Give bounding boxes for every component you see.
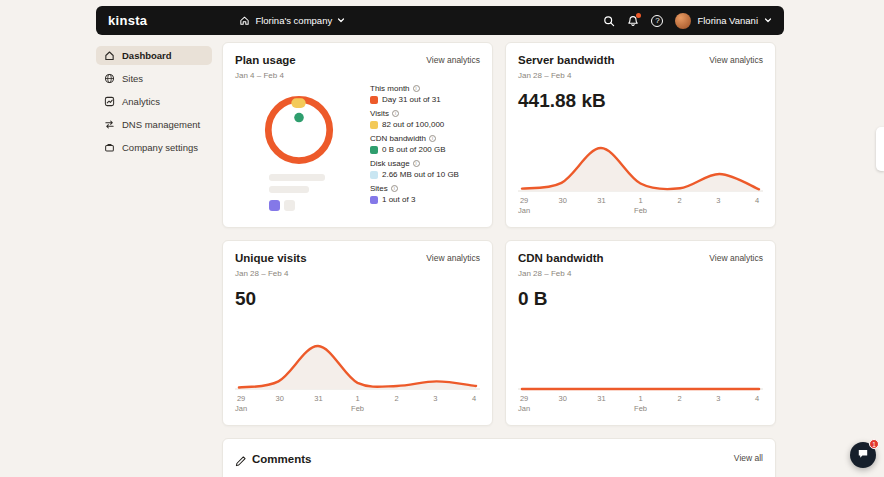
card-title: Unique visits [235,252,307,264]
info-icon[interactable]: i [413,85,420,92]
metric-value: 441.88 kB [518,90,763,112]
sidebar-item-dashboard[interactable]: Dashboard [96,46,212,65]
legend-swatch [370,121,378,129]
notification-dot [636,13,641,18]
sites-pip-free [284,200,295,211]
legend-swatch [370,96,378,104]
x-tick: 1Feb [634,394,647,414]
cdn-bandwidth-card: CDN bandwidth View analytics Jan 28 – Fe… [505,240,776,426]
sidebar-item-analytics[interactable]: Analytics [96,92,212,111]
legend-swatch [370,171,378,179]
card-title: Comments [252,453,311,465]
page-scrollbar[interactable] [876,127,884,171]
view-analytics-link[interactable]: View analytics [709,55,763,65]
x-tick: 2 [674,394,686,414]
sidebar-item-sites[interactable]: Sites [96,69,212,88]
company-settings-icon [104,142,115,153]
card-title: Plan usage [235,54,296,66]
cdn-bandwidth-chart: 29Jan30311Feb234 [518,329,763,414]
x-tick: 3 [429,394,441,414]
chat-badge: 1 [869,439,879,449]
legend-swatch [370,196,378,204]
x-tick: 4 [468,394,480,414]
server-bandwidth-card: Server bandwidth View analytics Jan 28 –… [505,42,776,228]
x-tick: 1Feb [634,196,647,216]
card-title: CDN bandwidth [518,252,604,264]
sites-pip-used [269,200,280,211]
user-name: Florina Vanani [697,15,758,26]
sidebar-item-label: Dashboard [122,50,172,61]
x-tick: 30 [557,394,569,414]
view-analytics-link[interactable]: View analytics [426,55,480,65]
x-tick: 4 [751,394,763,414]
company-name: Florina's company [255,15,332,26]
plan-usage-legend: This monthi Day 31 out of 31 Visitsi 82 … [370,84,480,216]
unique-visits-card: Unique visits View analytics Jan 28 – Fe… [222,240,493,426]
view-all-link[interactable]: View all [734,453,763,463]
info-icon[interactable]: i [391,185,398,192]
topbar-actions: ? Florina Vanani [603,13,772,29]
sidebar-item-label: Company settings [122,142,198,153]
chevron-down-icon [764,15,772,26]
metric-value: 0 B [518,288,763,310]
dashboard-grid: Plan usage View analytics Jan 4 – Feb 4 [222,42,776,477]
plan-usage-card: Plan usage View analytics Jan 4 – Feb 4 [222,42,493,228]
legend-item: CDN bandwidthi 0 B out of 200 GB [370,134,480,154]
metric-value: 50 [235,288,480,310]
sidebar-item-label: Analytics [122,96,160,107]
x-tick: 2 [391,394,403,414]
x-tick: 30 [557,196,569,216]
x-axis-ticks: 29Jan30311Feb234 [518,394,763,414]
x-tick: 31 [595,196,607,216]
sidebar-item-label: Sites [122,73,143,84]
chat-icon [857,448,869,463]
disk-usage-bar [269,186,309,193]
search-icon[interactable] [603,15,615,27]
x-tick: 3 [712,196,724,216]
avatar [675,13,691,29]
legend-item: Sitesi 1 out of 3 [370,184,480,204]
x-tick: 31 [312,394,324,414]
x-tick: 31 [595,394,607,414]
chevron-down-icon [337,15,345,26]
card-title: Server bandwidth [518,54,615,66]
info-icon[interactable]: i [429,135,436,142]
sidebar-item-dns-management[interactable]: DNS management [96,115,212,134]
sidebar-item-company-settings[interactable]: Company settings [96,138,212,157]
view-analytics-link[interactable]: View analytics [709,253,763,263]
dashboard-icon [104,50,115,61]
sidebar-item-label: DNS management [122,119,200,130]
user-menu[interactable]: Florina Vanani [675,13,772,29]
x-tick: 3 [712,394,724,414]
x-tick: 4 [751,196,763,216]
info-icon[interactable]: i [392,110,399,117]
date-range: Jan 4 – Feb 4 [235,71,480,80]
dns-icon [104,119,115,130]
x-tick: 29Jan [235,394,247,414]
comments-icon [235,453,246,471]
analytics-icon [104,96,115,107]
server-bandwidth-chart: 29Jan30311Feb234 [518,131,763,216]
top-nav: kinsta Florina's company ? Florina Vanan… [96,6,784,35]
info-icon[interactable]: i [413,160,420,167]
date-range: Jan 28 – Feb 4 [518,71,763,80]
mykinsta-dashboard: kinsta Florina's company ? Florina Vanan… [0,0,884,477]
x-tick: 29Jan [518,196,530,216]
legend-item: This monthi Day 31 out of 31 [370,84,480,104]
unique-visits-chart: 29Jan30311Feb234 [235,329,480,414]
x-axis-ticks: 29Jan30311Feb234 [235,394,480,414]
date-range: Jan 28 – Feb 4 [518,269,763,278]
disk-usage-bar [269,174,325,181]
x-tick: 29Jan [518,394,530,414]
x-tick: 30 [274,394,286,414]
kinsta-logo[interactable]: kinsta [108,13,147,28]
legend-item: Visitsi 82 out of 100,000 [370,109,480,129]
x-tick: 1Feb [351,394,364,414]
view-analytics-link[interactable]: View analytics [426,253,480,263]
help-icon[interactable]: ? [651,15,663,27]
company-switcher[interactable]: Florina's company [239,15,345,26]
notifications-icon[interactable] [627,15,639,27]
chat-launcher[interactable]: 1 [850,442,876,468]
legend-item: Disk usagei 2.66 MB out of 10 GB [370,159,480,179]
comments-card: Comments View all [222,438,776,477]
